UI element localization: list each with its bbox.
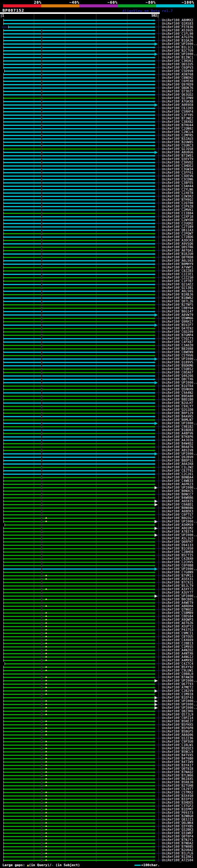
alignment-bar[interactable] xyxy=(4,792,154,793)
subject-label[interactable]: UniRef100_Q2JQS8 xyxy=(162,147,193,151)
subject-label[interactable]: UniRef100_A6BEK3 xyxy=(162,509,193,513)
alignment-bar[interactable] xyxy=(4,131,154,133)
alignment-bar[interactable] xyxy=(4,626,154,627)
alignment-bar[interactable] xyxy=(4,148,154,150)
subject-label[interactable]: UniRef100_B5REJ7 xyxy=(162,720,193,723)
subject-label[interactable]: UniRef100_C8TOU5 xyxy=(162,635,193,638)
alignment-bar[interactable] xyxy=(4,633,154,634)
subject-label[interactable]: UniRef100_UPI000.. xyxy=(162,594,197,598)
subject-label[interactable]: UniRef100_Q213B1 xyxy=(162,286,193,289)
subject-label[interactable]: UniRef100_C4ZBX0 xyxy=(162,557,193,560)
subject-label[interactable]: UniRef100_O94133 xyxy=(162,544,193,547)
subject-label[interactable]: UniRef100_C1M9I8 xyxy=(162,692,193,696)
subject-label[interactable]: UniRef100_C4WB33 xyxy=(162,479,193,483)
alignment-bar[interactable] xyxy=(4,734,154,736)
subject-label[interactable]: UniRef100_C9LUW1 xyxy=(162,669,193,672)
alignment-bar[interactable] xyxy=(4,301,154,302)
alignment-bar[interactable] xyxy=(4,43,155,45)
subject-label[interactable]: UniRef100_B4AVK5 xyxy=(162,415,193,418)
alignment-bar[interactable] xyxy=(4,440,154,441)
subject-label[interactable]: UniRef100_A7MET2 xyxy=(162,686,193,689)
subject-label[interactable]: UniRef100_C3DEV6 xyxy=(162,174,193,178)
subject-label[interactable]: UniRef100_A3DCR3 xyxy=(162,239,193,242)
subject-label[interactable]: UniRef100_C2YLN6 xyxy=(162,188,193,191)
alignment-bar[interactable] xyxy=(4,738,154,739)
alignment-bar[interactable] xyxy=(4,33,154,34)
alignment-bar[interactable] xyxy=(4,101,154,102)
subject-label[interactable]: UniRef100_A4NGI2 xyxy=(162,655,193,659)
subject-label[interactable]: UniRef100_C2BHE8 xyxy=(162,550,193,554)
subject-label[interactable]: UniRef100_C3TGF2 xyxy=(162,804,193,808)
subject-label[interactable]: UniRef100_B1QA26 xyxy=(162,39,193,42)
alignment-bar[interactable] xyxy=(4,443,154,444)
alignment-bar[interactable] xyxy=(4,23,154,24)
subject-label[interactable]: UniRef100_B0NBA4 xyxy=(162,476,193,479)
alignment-bar[interactable] xyxy=(4,646,154,648)
alignment-bar[interactable] xyxy=(4,409,154,410)
subject-label[interactable]: UniRef100_A0R9E8 xyxy=(162,103,193,106)
subject-label[interactable]: UniRef100_A6LS63 xyxy=(162,259,193,262)
alignment-bar[interactable] xyxy=(4,548,154,549)
alignment-bar[interactable] xyxy=(4,98,154,99)
subject-label[interactable]: UniRef100_A8VW79 xyxy=(162,313,193,316)
alignment-bar[interactable] xyxy=(4,501,155,502)
alignment-bar[interactable] xyxy=(4,795,154,797)
alignment-bar[interactable] xyxy=(4,192,154,194)
alignment-bar[interactable] xyxy=(4,731,154,732)
alignment-bar[interactable] xyxy=(4,291,154,292)
subject-label[interactable]: UniRef100_B0MLN7 xyxy=(162,418,193,422)
alignment-bar[interactable] xyxy=(4,609,154,610)
alignment-bar[interactable] xyxy=(4,328,154,329)
alignment-bar[interactable] xyxy=(4,206,154,207)
alignment-bar[interactable] xyxy=(4,88,154,89)
alignment-bar[interactable] xyxy=(4,690,155,691)
subject-label[interactable]: UniRef100_C2PQW7 xyxy=(162,232,193,235)
subject-label[interactable]: UniRef100_C8WEN9 xyxy=(162,350,193,354)
alignment-bar[interactable] xyxy=(4,67,154,68)
subject-label[interactable]: UniRef100_C2X6T8 xyxy=(162,191,193,195)
alignment-bar[interactable] xyxy=(4,487,155,488)
subject-label[interactable]: UniRef100_Q6LNK4 xyxy=(162,821,193,825)
alignment-bar[interactable] xyxy=(4,128,154,129)
alignment-bar[interactable] xyxy=(4,446,154,448)
subject-label[interactable]: UniRef100_C0EA67 xyxy=(162,371,193,374)
subject-label[interactable]: UniRef100_A6PR23 xyxy=(162,483,193,486)
alignment-bar[interactable] xyxy=(4,666,154,668)
alignment-bar[interactable] xyxy=(4,237,154,238)
alignment-bar[interactable] xyxy=(4,819,154,820)
subject-label[interactable]: UniRef100_C7G8N9 xyxy=(162,570,193,574)
alignment-bar[interactable] xyxy=(4,257,154,258)
alignment-bar[interactable] xyxy=(4,64,154,65)
subject-label[interactable]: UniRef100_B5R8J0 xyxy=(162,780,193,784)
alignment-bar[interactable] xyxy=(4,186,154,187)
subject-label[interactable]: UniRef100_B2UW85 xyxy=(162,141,193,144)
alignment-bar[interactable] xyxy=(4,162,154,163)
subject-label[interactable]: UniRef100_UPI000.. xyxy=(162,52,197,56)
subject-label[interactable]: UniRef100_Q97KD9 xyxy=(162,83,193,86)
subject-label[interactable]: UniRef100_Q8Z3K6 xyxy=(162,709,193,713)
alignment-bar[interactable] xyxy=(4,860,154,861)
subject-label[interactable]: UniRef100_C3BXB2 xyxy=(162,120,193,123)
subject-label[interactable]: UniRef100_Q83JI3 xyxy=(162,818,193,821)
subject-label[interactable]: UniRef100_B4W4D2 xyxy=(162,442,193,445)
subject-label[interactable]: UniRef100_Q46266 xyxy=(162,374,193,377)
alignment-bar[interactable] xyxy=(5,663,154,664)
alignment-bar[interactable] xyxy=(4,240,154,241)
subject-label[interactable]: UniRef100_P43753 xyxy=(162,628,193,631)
subject-label[interactable]: UniRef100_C7IBD6 xyxy=(162,235,193,239)
alignment-bar[interactable] xyxy=(4,60,154,62)
subject-label[interactable]: UniRef100_C0FTS7 xyxy=(162,513,193,516)
subject-label[interactable]: UniRef100_B7JNE2 xyxy=(162,117,193,120)
subject-label[interactable]: UniRef100_B4WRR6 xyxy=(162,496,193,499)
subject-label[interactable]: UniRef100_Q57JL9 xyxy=(162,713,193,716)
subject-label[interactable]: UniRef100_A4NTX6 xyxy=(162,652,193,655)
subject-label[interactable]: UniRef100_Q07LZ6 xyxy=(162,300,193,303)
alignment-bar[interactable] xyxy=(4,812,154,813)
subject-label[interactable]: UniRef100_B0MHY9 xyxy=(162,262,193,266)
subject-label[interactable]: UniRef100_C2UQH2 xyxy=(162,222,193,225)
alignment-bar[interactable] xyxy=(4,352,154,353)
alignment-bar[interactable] xyxy=(4,199,154,200)
subject-label[interactable]: UniRef100_B1BWR2 xyxy=(162,296,193,300)
subject-label[interactable]: UniRef100_C2QN02 xyxy=(162,127,193,130)
subject-label[interactable]: UniRef100_B4TIW9 xyxy=(162,760,193,764)
